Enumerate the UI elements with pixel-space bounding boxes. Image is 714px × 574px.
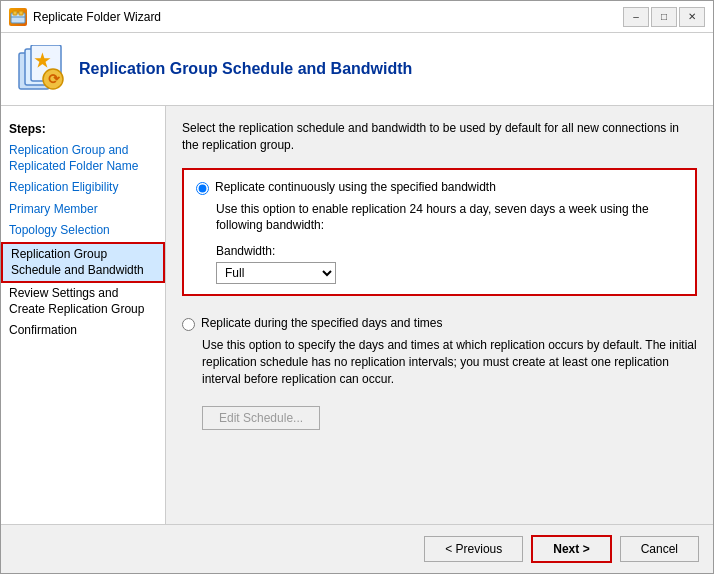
page-header: ★ ⟳ Replication Group Schedule and Bandw… xyxy=(1,33,713,106)
wizard-icon xyxy=(9,8,27,26)
footer: < Previous Next > Cancel xyxy=(1,524,713,573)
title-bar-left: Replicate Folder Wizard xyxy=(9,8,161,26)
inner-body: Steps: Replication Group and Replicated … xyxy=(1,106,713,524)
svg-rect-1 xyxy=(13,11,17,15)
maximize-button[interactable]: □ xyxy=(651,7,677,27)
svg-text:★: ★ xyxy=(34,51,51,71)
steps-label: Steps: xyxy=(1,116,165,140)
cancel-button[interactable]: Cancel xyxy=(620,536,699,562)
option2-radio-row: Replicate during the specified days and … xyxy=(182,316,697,331)
bandwidth-label: Bandwidth: xyxy=(216,244,683,258)
title-bar: Replicate Folder Wizard – □ ✕ xyxy=(1,1,713,33)
page-title: Replication Group Schedule and Bandwidth xyxy=(79,60,412,78)
close-button[interactable]: ✕ xyxy=(679,7,705,27)
bandwidth-select[interactable]: Full 256 Kbps 512 Kbps 1 Mbps 2 Mbps 4 M… xyxy=(216,262,336,284)
sidebar-item-topology-selection[interactable]: Topology Selection xyxy=(1,220,165,242)
sidebar-item-schedule: Replication Group Schedule and Bandwidth xyxy=(1,242,165,283)
svg-text:⟳: ⟳ xyxy=(48,71,61,87)
title-bar-text: Replicate Folder Wizard xyxy=(33,10,161,24)
minimize-button[interactable]: – xyxy=(623,7,649,27)
right-panel: Select the replication schedule and band… xyxy=(166,106,713,524)
option2-label[interactable]: Replicate during the specified days and … xyxy=(201,316,442,330)
title-bar-controls: – □ ✕ xyxy=(623,7,705,27)
next-button[interactable]: Next > xyxy=(531,535,611,563)
option2-section: Replicate during the specified days and … xyxy=(182,316,697,429)
svg-rect-2 xyxy=(19,11,23,15)
option2-description: Use this option to specify the days and … xyxy=(202,337,697,387)
bandwidth-select-row: Full 256 Kbps 512 Kbps 1 Mbps 2 Mbps 4 M… xyxy=(216,262,683,284)
sidebar-item-primary-member[interactable]: Primary Member xyxy=(1,199,165,221)
option1-radio-row: Replicate continuously using the specifi… xyxy=(196,180,683,195)
option1-label[interactable]: Replicate continuously using the specifi… xyxy=(215,180,496,194)
option1-radio[interactable] xyxy=(196,182,209,195)
option2-radio[interactable] xyxy=(182,318,195,331)
option1-description: Use this option to enable replication 24… xyxy=(216,201,683,235)
edit-schedule-button[interactable]: Edit Schedule... xyxy=(202,406,320,430)
sidebar-item-confirmation: Confirmation xyxy=(1,320,165,342)
wizard-window: Replicate Folder Wizard – □ ✕ ★ ⟳ Replic… xyxy=(0,0,714,574)
sidebar: Steps: Replication Group and Replicated … xyxy=(1,106,166,524)
description-text: Select the replication schedule and band… xyxy=(182,120,697,154)
header-icon: ★ ⟳ xyxy=(17,45,65,93)
main-wrapper: ★ ⟳ Replication Group Schedule and Bandw… xyxy=(1,33,713,524)
option1-box: Replicate continuously using the specifi… xyxy=(182,168,697,297)
sidebar-item-review: Review Settings and Create Replication G… xyxy=(1,283,165,320)
sidebar-item-replication-eligibility[interactable]: Replication Eligibility xyxy=(1,177,165,199)
sidebar-item-replication-group[interactable]: Replication Group and Replicated Folder … xyxy=(1,140,165,177)
previous-button[interactable]: < Previous xyxy=(424,536,523,562)
